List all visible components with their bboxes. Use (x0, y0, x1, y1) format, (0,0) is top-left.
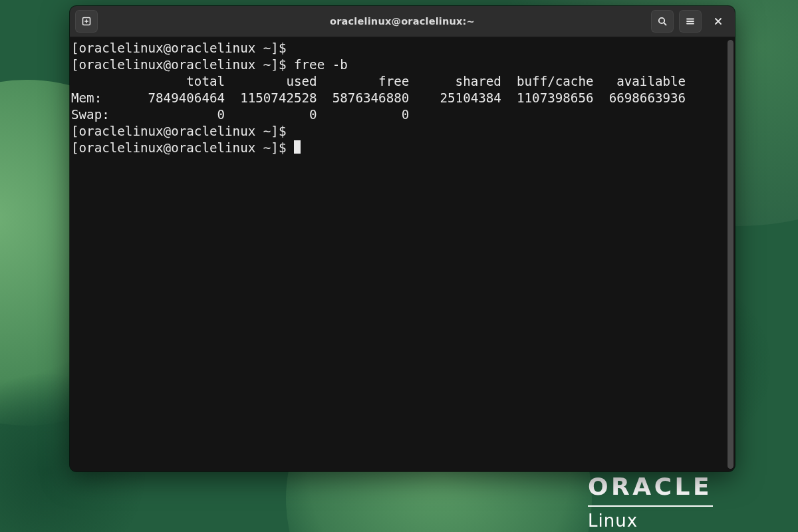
terminal-cursor (294, 140, 301, 154)
search-icon (657, 16, 668, 27)
terminal-line: Swap: 0 0 0 (71, 106, 733, 123)
close-icon (714, 17, 723, 26)
terminal-viewport[interactable]: [oraclelinux@oraclelinux ~]$ [oraclelinu… (70, 37, 735, 471)
close-button[interactable] (707, 10, 730, 33)
terminal-line: Mem: 7849406464 1150742528 5876346880 25… (71, 90, 733, 106)
scrollbar-vertical[interactable] (728, 40, 733, 469)
menu-button[interactable] (679, 10, 702, 33)
new-tab-button[interactable] (75, 10, 98, 33)
search-button[interactable] (651, 10, 674, 33)
svg-line-4 (664, 23, 666, 25)
terminal-line: total used free shared buff/cache availa… (71, 73, 733, 90)
terminal-window: oraclelinux@oraclelinux:~ (70, 6, 735, 471)
brand-divider (588, 505, 713, 507)
brand-line-2: Linux (588, 512, 713, 529)
terminal-line: [oraclelinux@oraclelinux ~]$ free -b (71, 57, 733, 73)
terminal-line: [oraclelinux@oraclelinux ~]$ (71, 140, 733, 156)
terminal-line: [oraclelinux@oraclelinux ~]$ (71, 40, 733, 57)
terminal-line: [oraclelinux@oraclelinux ~]$ (71, 123, 733, 140)
hamburger-icon (685, 16, 696, 27)
titlebar-spacer (103, 10, 126, 33)
titlebar-spacer (131, 10, 154, 33)
window-titlebar[interactable]: oraclelinux@oraclelinux:~ (70, 6, 735, 37)
desktop-wallpaper: ORACLE Linux oraclelinux@oraclelinux:~ (0, 0, 798, 532)
terminal-output[interactable]: [oraclelinux@oraclelinux ~]$ [oraclelinu… (70, 37, 735, 158)
oracle-linux-logo: ORACLE Linux (588, 475, 713, 529)
brand-line-1: ORACLE (588, 475, 713, 499)
window-title: oraclelinux@oraclelinux:~ (159, 16, 646, 27)
